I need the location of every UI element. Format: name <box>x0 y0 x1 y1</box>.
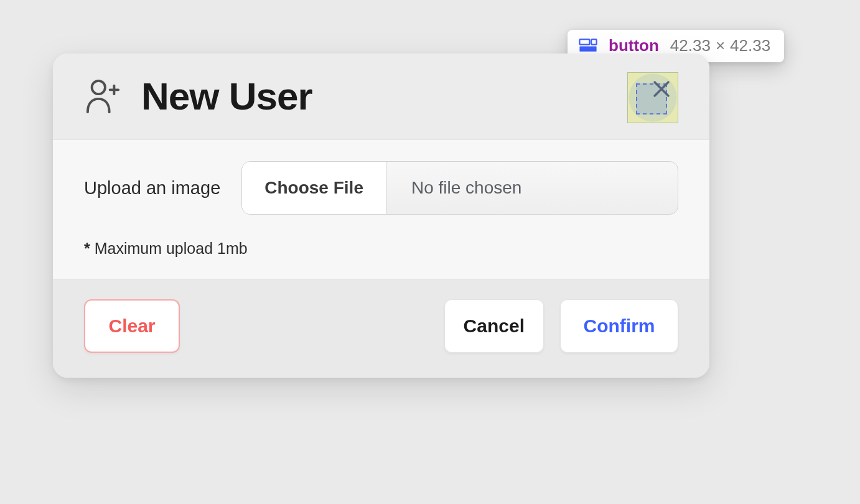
tooltip-height: 42.33 <box>730 37 770 54</box>
tooltip-width: 42.33 <box>670 37 711 54</box>
hint-text: Maximum upload 1mb <box>90 240 248 257</box>
upload-label: Upload an image <box>84 178 220 198</box>
dialog-body: Upload an image Choose File No file chos… <box>53 140 709 279</box>
svg-rect-0 <box>579 39 589 44</box>
file-status: No file chosen <box>386 162 678 214</box>
clear-button[interactable]: Clear <box>84 299 180 353</box>
dialog-footer: Clear Cancel Confirm <box>53 279 709 378</box>
close-button[interactable] <box>648 76 675 102</box>
cancel-button[interactable]: Cancel <box>444 299 544 353</box>
choose-file-button[interactable]: Choose File <box>242 162 386 214</box>
user-plus-icon <box>84 78 123 114</box>
upload-hint: * Maximum upload 1mb <box>84 240 678 258</box>
footer-right-group: Cancel Confirm <box>444 299 678 353</box>
layout-icon <box>579 38 597 53</box>
svg-rect-1 <box>591 39 596 44</box>
svg-point-3 <box>92 81 105 94</box>
close-icon <box>652 80 671 98</box>
new-user-dialog: New User Upload an image Choose File No … <box>53 54 709 378</box>
tooltip-separator: × <box>713 37 727 54</box>
upload-row: Upload an image Choose File No file chos… <box>84 161 678 215</box>
tooltip-element-tag: button <box>609 37 659 54</box>
file-input[interactable]: Choose File No file chosen <box>241 161 678 215</box>
svg-rect-2 <box>579 46 596 51</box>
hint-asterisk: * <box>84 240 90 257</box>
tooltip-dimensions: 42.33 × 42.33 <box>670 37 770 54</box>
confirm-button[interactable]: Confirm <box>560 299 678 353</box>
dialog-title: New User <box>141 77 312 116</box>
dialog-header: New User <box>53 54 709 140</box>
